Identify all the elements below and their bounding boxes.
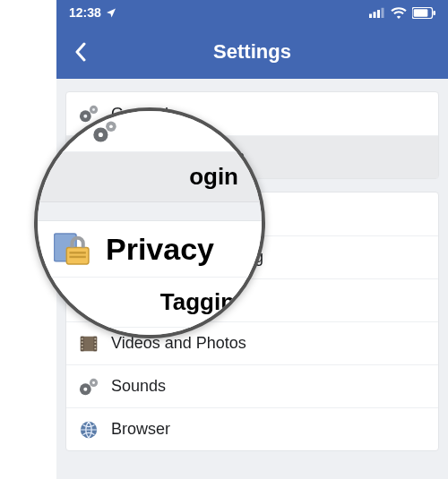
status-right [369, 7, 435, 19]
gears-icon [77, 375, 100, 398]
svg-rect-25 [82, 341, 83, 343]
svg-rect-43 [69, 252, 85, 253]
svg-rect-28 [94, 338, 96, 339]
svg-point-40 [109, 124, 113, 128]
row-label: Browser [111, 420, 170, 439]
chevron-left-icon [74, 42, 87, 62]
signal-icon [369, 7, 385, 18]
svg-rect-26 [82, 344, 83, 346]
svg-point-8 [83, 115, 87, 118]
svg-rect-29 [94, 341, 96, 343]
svg-rect-31 [94, 347, 96, 349]
svg-rect-6 [433, 10, 435, 14]
location-arrow-icon [106, 7, 116, 18]
back-button[interactable] [67, 38, 94, 65]
film-icon [77, 332, 100, 355]
page-title: Settings [213, 40, 291, 64]
row-browser[interactable]: Browser [66, 407, 438, 450]
gears-icon [91, 119, 118, 144]
battery-icon [412, 7, 435, 19]
svg-rect-24 [82, 338, 83, 339]
svg-rect-0 [369, 14, 372, 19]
svg-rect-3 [382, 8, 384, 18]
magnifier-callout: ogin Privacy Tagging [34, 107, 265, 338]
privacy-icon [54, 231, 93, 267]
mag-label-fragment: ogin [189, 163, 238, 191]
wifi-icon [391, 7, 407, 19]
svg-point-10 [92, 108, 95, 111]
row-sounds[interactable]: Sounds [66, 364, 438, 407]
svg-rect-27 [82, 347, 83, 349]
status-left: 12:38 [69, 5, 116, 20]
mag-group-gap [38, 202, 262, 220]
nav-bar: Settings [56, 25, 448, 79]
status-time: 12:38 [69, 5, 101, 20]
svg-rect-30 [94, 344, 96, 346]
mag-row-login: ogin [38, 152, 262, 202]
svg-rect-2 [377, 10, 380, 18]
svg-rect-5 [414, 9, 428, 17]
svg-rect-1 [374, 12, 376, 18]
svg-rect-44 [69, 256, 85, 258]
mag-label: Privacy [106, 232, 214, 267]
svg-point-35 [92, 381, 95, 383]
mag-row-privacy: Privacy [38, 220, 262, 278]
status-bar: 12:38 [56, 0, 448, 25]
globe-icon [77, 418, 100, 441]
svg-point-38 [99, 132, 103, 136]
svg-point-33 [83, 387, 87, 390]
row-label: Sounds [111, 377, 166, 396]
